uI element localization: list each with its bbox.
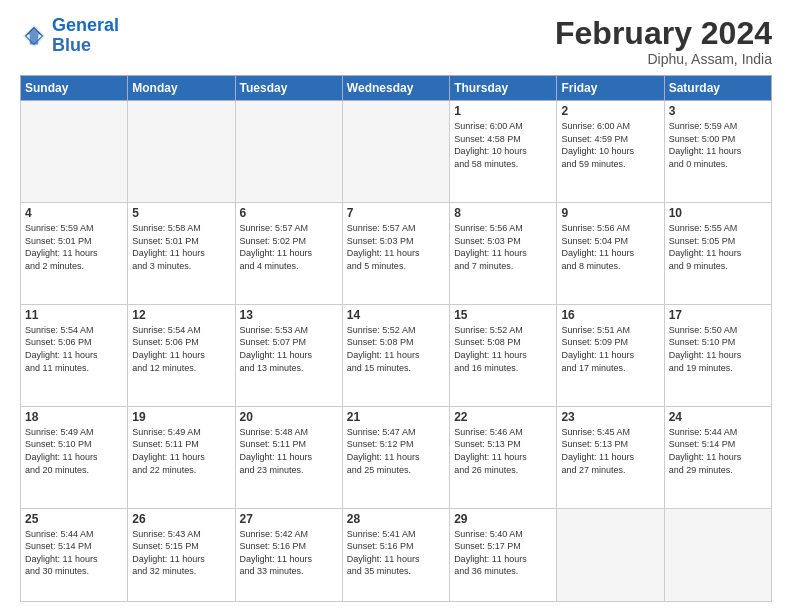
header: General Blue February 2024 Diphu, Assam,… <box>20 16 772 67</box>
day-info: Sunrise: 5:56 AM Sunset: 5:04 PM Dayligh… <box>561 222 659 272</box>
calendar-cell <box>21 101 128 203</box>
day-info: Sunrise: 5:41 AM Sunset: 5:16 PM Dayligh… <box>347 528 445 578</box>
day-number: 27 <box>240 512 338 526</box>
calendar-cell: 20Sunrise: 5:48 AM Sunset: 5:11 PM Dayli… <box>235 406 342 508</box>
day-info: Sunrise: 5:59 AM Sunset: 5:01 PM Dayligh… <box>25 222 123 272</box>
day-info: Sunrise: 5:51 AM Sunset: 5:09 PM Dayligh… <box>561 324 659 374</box>
day-info: Sunrise: 5:55 AM Sunset: 5:05 PM Dayligh… <box>669 222 767 272</box>
calendar-cell: 17Sunrise: 5:50 AM Sunset: 5:10 PM Dayli… <box>664 304 771 406</box>
day-info: Sunrise: 5:54 AM Sunset: 5:06 PM Dayligh… <box>25 324 123 374</box>
day-info: Sunrise: 5:43 AM Sunset: 5:15 PM Dayligh… <box>132 528 230 578</box>
calendar-cell: 13Sunrise: 5:53 AM Sunset: 5:07 PM Dayli… <box>235 304 342 406</box>
calendar-cell: 10Sunrise: 5:55 AM Sunset: 5:05 PM Dayli… <box>664 203 771 305</box>
calendar-header-friday: Friday <box>557 76 664 101</box>
day-number: 13 <box>240 308 338 322</box>
page: General Blue February 2024 Diphu, Assam,… <box>0 0 792 612</box>
calendar-cell: 4Sunrise: 5:59 AM Sunset: 5:01 PM Daylig… <box>21 203 128 305</box>
calendar-cell: 12Sunrise: 5:54 AM Sunset: 5:06 PM Dayli… <box>128 304 235 406</box>
logo: General Blue <box>20 16 119 56</box>
calendar-cell <box>235 101 342 203</box>
calendar-cell: 24Sunrise: 5:44 AM Sunset: 5:14 PM Dayli… <box>664 406 771 508</box>
day-number: 25 <box>25 512 123 526</box>
day-number: 23 <box>561 410 659 424</box>
logo-blue-text: Blue <box>52 35 91 55</box>
calendar-header-row: SundayMondayTuesdayWednesdayThursdayFrid… <box>21 76 772 101</box>
day-info: Sunrise: 5:48 AM Sunset: 5:11 PM Dayligh… <box>240 426 338 476</box>
day-number: 21 <box>347 410 445 424</box>
day-number: 26 <box>132 512 230 526</box>
calendar-cell: 23Sunrise: 5:45 AM Sunset: 5:13 PM Dayli… <box>557 406 664 508</box>
calendar-cell: 9Sunrise: 5:56 AM Sunset: 5:04 PM Daylig… <box>557 203 664 305</box>
day-number: 3 <box>669 104 767 118</box>
day-info: Sunrise: 5:44 AM Sunset: 5:14 PM Dayligh… <box>669 426 767 476</box>
day-number: 20 <box>240 410 338 424</box>
day-info: Sunrise: 5:49 AM Sunset: 5:10 PM Dayligh… <box>25 426 123 476</box>
day-info: Sunrise: 5:50 AM Sunset: 5:10 PM Dayligh… <box>669 324 767 374</box>
logo-icon <box>20 22 48 50</box>
day-info: Sunrise: 5:52 AM Sunset: 5:08 PM Dayligh… <box>347 324 445 374</box>
calendar-cell: 7Sunrise: 5:57 AM Sunset: 5:03 PM Daylig… <box>342 203 449 305</box>
calendar-cell: 1Sunrise: 6:00 AM Sunset: 4:58 PM Daylig… <box>450 101 557 203</box>
day-info: Sunrise: 5:40 AM Sunset: 5:17 PM Dayligh… <box>454 528 552 578</box>
day-number: 8 <box>454 206 552 220</box>
day-number: 1 <box>454 104 552 118</box>
calendar-cell: 28Sunrise: 5:41 AM Sunset: 5:16 PM Dayli… <box>342 508 449 601</box>
day-number: 24 <box>669 410 767 424</box>
day-number: 16 <box>561 308 659 322</box>
day-number: 2 <box>561 104 659 118</box>
day-info: Sunrise: 5:42 AM Sunset: 5:16 PM Dayligh… <box>240 528 338 578</box>
calendar-cell: 11Sunrise: 5:54 AM Sunset: 5:06 PM Dayli… <box>21 304 128 406</box>
day-info: Sunrise: 5:58 AM Sunset: 5:01 PM Dayligh… <box>132 222 230 272</box>
day-info: Sunrise: 5:52 AM Sunset: 5:08 PM Dayligh… <box>454 324 552 374</box>
day-info: Sunrise: 5:59 AM Sunset: 5:00 PM Dayligh… <box>669 120 767 170</box>
calendar-header-tuesday: Tuesday <box>235 76 342 101</box>
day-number: 29 <box>454 512 552 526</box>
calendar-cell: 2Sunrise: 6:00 AM Sunset: 4:59 PM Daylig… <box>557 101 664 203</box>
day-number: 6 <box>240 206 338 220</box>
calendar-cell: 14Sunrise: 5:52 AM Sunset: 5:08 PM Dayli… <box>342 304 449 406</box>
day-number: 4 <box>25 206 123 220</box>
calendar-cell <box>342 101 449 203</box>
day-info: Sunrise: 5:44 AM Sunset: 5:14 PM Dayligh… <box>25 528 123 578</box>
day-number: 15 <box>454 308 552 322</box>
day-info: Sunrise: 5:54 AM Sunset: 5:06 PM Dayligh… <box>132 324 230 374</box>
logo-text: General Blue <box>52 16 119 56</box>
day-number: 14 <box>347 308 445 322</box>
calendar-cell: 15Sunrise: 5:52 AM Sunset: 5:08 PM Dayli… <box>450 304 557 406</box>
day-info: Sunrise: 5:53 AM Sunset: 5:07 PM Dayligh… <box>240 324 338 374</box>
logo-general: General <box>52 15 119 35</box>
day-info: Sunrise: 5:56 AM Sunset: 5:03 PM Dayligh… <box>454 222 552 272</box>
day-number: 7 <box>347 206 445 220</box>
day-number: 28 <box>347 512 445 526</box>
day-info: Sunrise: 5:45 AM Sunset: 5:13 PM Dayligh… <box>561 426 659 476</box>
calendar-cell <box>128 101 235 203</box>
calendar-cell: 26Sunrise: 5:43 AM Sunset: 5:15 PM Dayli… <box>128 508 235 601</box>
calendar-header-wednesday: Wednesday <box>342 76 449 101</box>
day-info: Sunrise: 5:47 AM Sunset: 5:12 PM Dayligh… <box>347 426 445 476</box>
calendar-cell: 27Sunrise: 5:42 AM Sunset: 5:16 PM Dayli… <box>235 508 342 601</box>
subtitle: Diphu, Assam, India <box>555 51 772 67</box>
calendar-cell: 6Sunrise: 5:57 AM Sunset: 5:02 PM Daylig… <box>235 203 342 305</box>
calendar-cell: 19Sunrise: 5:49 AM Sunset: 5:11 PM Dayli… <box>128 406 235 508</box>
day-info: Sunrise: 6:00 AM Sunset: 4:58 PM Dayligh… <box>454 120 552 170</box>
calendar-cell: 5Sunrise: 5:58 AM Sunset: 5:01 PM Daylig… <box>128 203 235 305</box>
calendar-cell: 8Sunrise: 5:56 AM Sunset: 5:03 PM Daylig… <box>450 203 557 305</box>
day-number: 19 <box>132 410 230 424</box>
calendar-cell: 3Sunrise: 5:59 AM Sunset: 5:00 PM Daylig… <box>664 101 771 203</box>
calendar-cell: 21Sunrise: 5:47 AM Sunset: 5:12 PM Dayli… <box>342 406 449 508</box>
calendar-cell <box>664 508 771 601</box>
calendar-header-saturday: Saturday <box>664 76 771 101</box>
calendar-header-monday: Monday <box>128 76 235 101</box>
day-info: Sunrise: 5:46 AM Sunset: 5:13 PM Dayligh… <box>454 426 552 476</box>
title-block: February 2024 Diphu, Assam, India <box>555 16 772 67</box>
calendar-header-thursday: Thursday <box>450 76 557 101</box>
day-info: Sunrise: 5:49 AM Sunset: 5:11 PM Dayligh… <box>132 426 230 476</box>
day-number: 5 <box>132 206 230 220</box>
day-number: 18 <box>25 410 123 424</box>
calendar-cell: 25Sunrise: 5:44 AM Sunset: 5:14 PM Dayli… <box>21 508 128 601</box>
calendar-cell: 22Sunrise: 5:46 AM Sunset: 5:13 PM Dayli… <box>450 406 557 508</box>
day-info: Sunrise: 5:57 AM Sunset: 5:03 PM Dayligh… <box>347 222 445 272</box>
calendar: SundayMondayTuesdayWednesdayThursdayFrid… <box>20 75 772 602</box>
main-title: February 2024 <box>555 16 772 51</box>
calendar-header-sunday: Sunday <box>21 76 128 101</box>
